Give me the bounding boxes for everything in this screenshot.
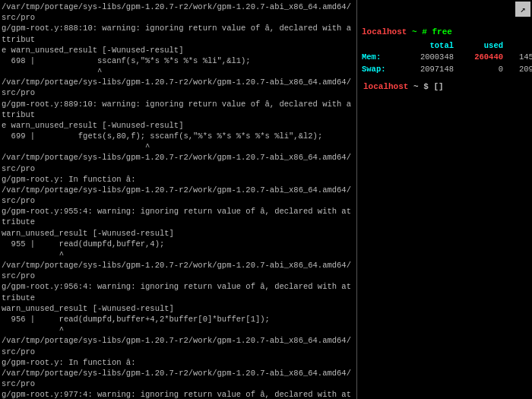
swap-free: 2097148: [506, 64, 532, 76]
swap-used: 0: [457, 64, 506, 76]
col-free: free: [506, 40, 532, 52]
free-column-headers: total used free: [362, 40, 527, 52]
top-right-corner: ↗: [357, 0, 532, 23]
mem-used: 260440: [457, 52, 506, 64]
right-panel: ↗ localhost ~ # free total used free Mem…: [357, 0, 532, 399]
prompt-line-2: localhost ~ $ []: [362, 81, 527, 93]
mem-label: Mem:: [362, 52, 404, 64]
swap-label: Swap:: [362, 64, 404, 76]
col-blank: [362, 40, 404, 52]
free-output-panel: localhost ~ # free total used free Mem: …: [357, 23, 532, 96]
arrow-button[interactable]: ↗: [515, 2, 530, 17]
free-command-header: localhost ~ # free: [362, 26, 527, 39]
arrow-icon: ↗: [520, 4, 525, 15]
mem-total: 2000348: [404, 52, 457, 64]
free-command: free: [432, 27, 451, 36]
mem-free: 1453598: [506, 52, 532, 64]
compile-warnings: /var/tmp/portage/sys-libs/gpm-1.20.7-r2/…: [2, 2, 355, 399]
col-used: used: [457, 40, 506, 52]
localhost-label-2: localhost: [363, 82, 408, 91]
prompt-sym-1: ~ #: [407, 27, 432, 36]
localhost-label-1: localhost: [362, 27, 407, 36]
free-row-mem: Mem: 2000348 260440 1453598: [362, 52, 527, 64]
swap-total: 2097148: [404, 64, 457, 76]
col-total: total: [404, 40, 457, 52]
prompt-sym-2: ~ $: [408, 82, 433, 91]
terminal-output: /var/tmp/portage/sys-libs/gpm-1.20.7-r2/…: [0, 0, 357, 399]
free-row-swap: Swap: 2097148 0 2097148: [362, 64, 527, 76]
prompt-cmd-2: []: [433, 82, 443, 91]
